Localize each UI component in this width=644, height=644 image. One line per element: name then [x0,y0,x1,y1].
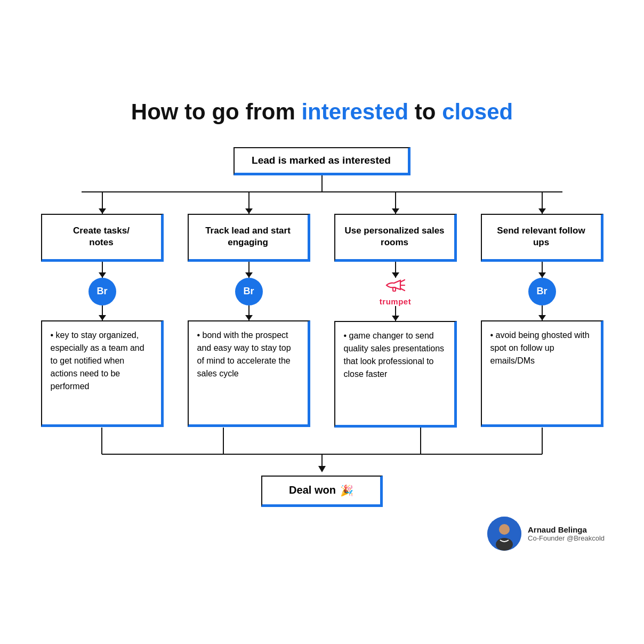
col2-result-box: • bond with the prospect and easy way to… [188,320,310,427]
svg-point-13 [496,538,513,551]
col4-result-box: • avoid being ghosted with spot on follo… [481,320,603,427]
col4-step-box: Send relevant follow ups [481,214,603,262]
col4-result-line [542,305,543,320]
col2-result-line [248,305,249,320]
deal-won-node: Deal won 🎉 [261,476,383,507]
col3-step-box: Use personalized sales rooms [334,214,457,262]
svg-marker-10 [318,466,326,472]
columns-container: Create tasks/notes Br • key to stay orga… [29,192,615,428]
column-4: Send relevant follow ups Br • avoid bein… [469,192,615,428]
converge-wrapper [29,428,615,476]
col3-mid-line [395,262,396,278]
col1-result-line [102,305,103,320]
col2-step-box: Track lead and start engaging [188,214,310,262]
page-container: How to go from interested to closed Lead… [18,83,626,561]
page-title: How to go from interested to closed [131,99,513,125]
author-name: Arnaud Belinga [528,525,605,534]
converge-svg [29,428,615,476]
col3-result-box: • game changer to send quality sales pre… [334,321,457,428]
top-node: Lead is marked as interested [234,147,410,175]
author-role: Co-Founder @Breakcold [528,534,605,542]
col3-result-line [395,306,396,321]
col1-badge: Br [88,278,116,305]
author-avatar [487,517,521,551]
col1-mid-line [102,262,103,278]
col2-top-line [248,192,249,214]
svg-point-12 [499,524,510,535]
col3-badge-trumpet: trumpet [380,278,411,306]
trumpet-label: trumpet [380,297,411,306]
col2-mid-line [248,262,249,278]
flow-diagram: Lead is marked as interested Create task… [29,147,615,507]
col4-top-line [542,192,543,214]
top-connector [321,175,323,191]
col3-top-line [395,192,396,214]
column-3: Use personalized sales rooms [322,192,469,428]
author-section: Arnaud Belinga Co-Founder @Breakcold [487,517,605,551]
col2-badge: Br [235,278,263,305]
col4-badge: Br [528,278,556,305]
col1-top-line [102,192,103,214]
author-info: Arnaud Belinga Co-Founder @Breakcold [528,525,605,542]
col1-step-box: Create tasks/notes [41,214,164,262]
col1-result-box: • key to stay organized, especially as a… [41,320,164,427]
column-2: Track lead and start engaging Br • bond … [175,192,322,428]
deal-won-emoji: 🎉 [340,484,353,497]
col4-mid-line [542,262,543,278]
trumpet-icon [385,278,406,296]
column-1: Create tasks/notes Br • key to stay orga… [29,192,175,428]
